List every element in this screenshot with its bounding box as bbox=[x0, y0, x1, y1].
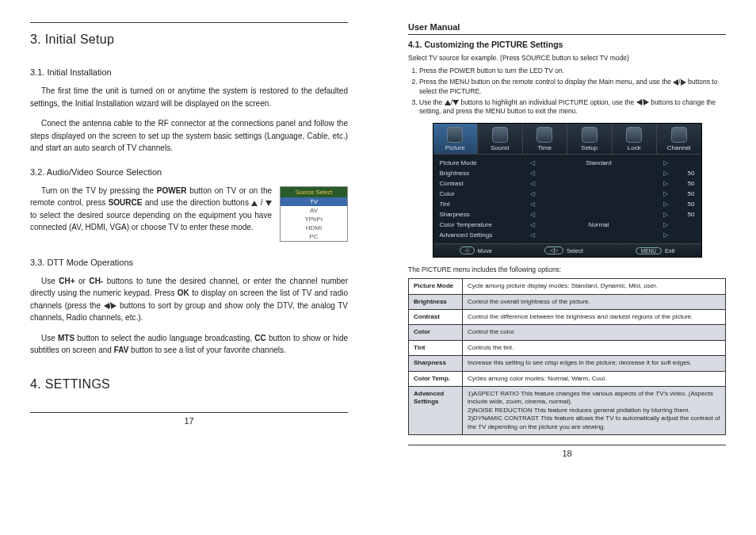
fav-label: FAV bbox=[114, 346, 129, 354]
arrow-left-icon bbox=[673, 79, 678, 86]
page-right: User Manual 4.1. Customizing the PICTURE… bbox=[378, 0, 756, 535]
chplus-label: CH+ bbox=[59, 277, 74, 285]
option-key: Advanced Settings bbox=[409, 386, 463, 434]
source-label: SOURCE bbox=[109, 198, 143, 207]
step-1: Press the POWER button to turn the LED T… bbox=[419, 67, 726, 76]
osd-row: Sharpness◁▷50 bbox=[440, 209, 695, 220]
osd-tabs: PictureSoundTimeSetupLockChannel bbox=[433, 124, 701, 155]
heading-3-1: 3.1. Initial Installation bbox=[30, 67, 348, 77]
table-row: Advanced Settings1)ASPECT RATIO This fea… bbox=[409, 386, 726, 434]
para-3-3-b: Use MTS button to select the audio langu… bbox=[30, 332, 348, 357]
page-number-left: 17 bbox=[30, 416, 348, 426]
nav-icon: ◁▷ bbox=[544, 246, 563, 254]
osd-tab-setup: Setup bbox=[567, 124, 613, 154]
page-left: 3. Initial Setup 3.1. Initial Installati… bbox=[0, 0, 378, 535]
option-key: Tint bbox=[409, 340, 463, 355]
rule-bottom bbox=[408, 445, 726, 445]
chminus-label: CH- bbox=[89, 277, 103, 285]
t: Use bbox=[41, 277, 59, 285]
osd-row: Color◁▷50 bbox=[440, 189, 695, 199]
t: Exit bbox=[665, 247, 675, 254]
t: Move bbox=[478, 247, 492, 254]
osd-body: Picture Mode◁Standard▷Brightness◁▷50Cont… bbox=[433, 155, 701, 243]
option-value: Control the difference between the brigh… bbox=[463, 310, 726, 325]
heading-3-3: 3.3. DTT Mode Operations bbox=[30, 258, 348, 267]
rule-top bbox=[30, 22, 348, 23]
power-label: POWER bbox=[157, 186, 187, 195]
arrow-right-icon bbox=[681, 79, 686, 86]
table-row: Color Temp.Cycles among color modes: Nor… bbox=[409, 371, 726, 386]
option-value: 1)ASPECT RATIO This feature changes the … bbox=[463, 386, 726, 434]
option-key: Picture Mode bbox=[409, 279, 463, 294]
step-2: Press the MENU button on the remote cont… bbox=[419, 78, 726, 97]
intro-4-1: Select TV source for example. (Press SOU… bbox=[408, 54, 726, 63]
osd-tab-time: Time bbox=[523, 124, 568, 154]
osd-footer: ◇Move ◁▷Select MENUExit bbox=[433, 243, 701, 257]
source-option-tv: TV bbox=[281, 197, 347, 206]
table-row: Picture ModeCycle among picture display … bbox=[409, 279, 726, 294]
ok-label: OK bbox=[178, 289, 189, 297]
heading-settings: 4. SETTINGS bbox=[30, 377, 348, 392]
heading-3-2: 3.2. Audio/Video Source Selection bbox=[30, 167, 348, 177]
osd-row: Contrast◁▷50 bbox=[440, 178, 695, 189]
osd-row: Tint◁▷50 bbox=[440, 199, 695, 209]
para-3-3-a: Use CH+ or CH- buttons to tune the desir… bbox=[30, 275, 348, 324]
osd-tab-sound: Sound bbox=[478, 124, 523, 154]
option-value: Controls the tint. bbox=[463, 340, 726, 355]
t: Use bbox=[41, 334, 58, 342]
para-3-1-b: Conect the antenna cable to the RF conne… bbox=[30, 117, 348, 155]
arrow-left-icon bbox=[104, 303, 109, 309]
tab-icon bbox=[582, 127, 598, 143]
t: Turn on the TV by pressing the bbox=[41, 186, 157, 195]
osd-move: ◇Move bbox=[460, 246, 492, 254]
menu-pill: MENU bbox=[636, 247, 662, 254]
osd-row: Color Temperature◁Normal▷ bbox=[440, 220, 695, 230]
source-option-hdmi: HDMI bbox=[281, 224, 347, 232]
mts-label: MTS bbox=[58, 334, 74, 342]
t: button to select the audio language broa… bbox=[74, 334, 254, 342]
arrow-down-icon bbox=[452, 100, 459, 105]
options-table: Picture ModeCycle among picture display … bbox=[408, 278, 726, 435]
table-row: BrightnessControl the overall brightness… bbox=[409, 294, 726, 309]
options-intro: The PICTURE menu includes the following … bbox=[408, 266, 726, 275]
osd-tab-channel: Channel bbox=[657, 124, 701, 154]
t: and use the direction buttons bbox=[142, 198, 251, 207]
arrow-left-icon bbox=[636, 99, 642, 105]
source-select-box: Source Select TV AV YPbPr HDMI PC bbox=[280, 186, 348, 242]
t: Select bbox=[567, 247, 583, 254]
source-option-ypbpr: YPbPr bbox=[281, 215, 347, 224]
arrow-up-icon bbox=[251, 201, 258, 206]
table-row: SharpnessIncrease this setting to see cr… bbox=[409, 356, 726, 371]
rule-bottom bbox=[30, 412, 348, 413]
t: Use the bbox=[419, 98, 445, 106]
t: button to see a list of your favorite ch… bbox=[128, 346, 285, 354]
osd-row: Picture Mode◁Standard▷ bbox=[440, 158, 695, 168]
osd-menu: PictureSoundTimeSetupLockChannel Picture… bbox=[433, 123, 702, 258]
option-key: Color Temp. bbox=[409, 371, 463, 386]
osd-exit: MENUExit bbox=[636, 246, 675, 254]
option-key: Color bbox=[409, 325, 463, 340]
option-key: Sharpness bbox=[409, 356, 463, 371]
osd-tab-lock: Lock bbox=[613, 124, 658, 154]
option-value: Increase this setting to see crisp edges… bbox=[463, 356, 726, 371]
header-user-manual: User Manual bbox=[408, 22, 726, 35]
heading-initial-setup: 3. Initial Setup bbox=[30, 32, 348, 47]
t: to select the desired source depending o… bbox=[30, 211, 272, 232]
heading-4-1: 4.1. Customizing the PICTURE Settings bbox=[408, 40, 726, 49]
table-row: TintControls the tint. bbox=[409, 340, 726, 355]
osd-select: ◁▷Select bbox=[544, 246, 583, 254]
option-value: Control the overall brightness of the pi… bbox=[463, 294, 726, 309]
tab-icon bbox=[536, 127, 552, 143]
option-value: Cycle among picture display modes: Stand… bbox=[463, 279, 726, 294]
osd-row: Brightness◁▷50 bbox=[440, 168, 695, 178]
nav-icon: ◇ bbox=[460, 246, 475, 254]
option-value: Cycles among color modes: Normal, Warm, … bbox=[463, 371, 726, 386]
source-option-pc: PC bbox=[281, 232, 347, 241]
source-select-header: Source Select bbox=[281, 187, 347, 197]
cc-label: CC bbox=[254, 334, 265, 342]
page-number-right: 18 bbox=[408, 449, 726, 458]
table-row: ColorControl the color. bbox=[409, 325, 726, 340]
osd-tab-picture: Picture bbox=[433, 124, 479, 154]
option-key: Contrast bbox=[409, 310, 463, 325]
tab-icon bbox=[626, 127, 642, 143]
